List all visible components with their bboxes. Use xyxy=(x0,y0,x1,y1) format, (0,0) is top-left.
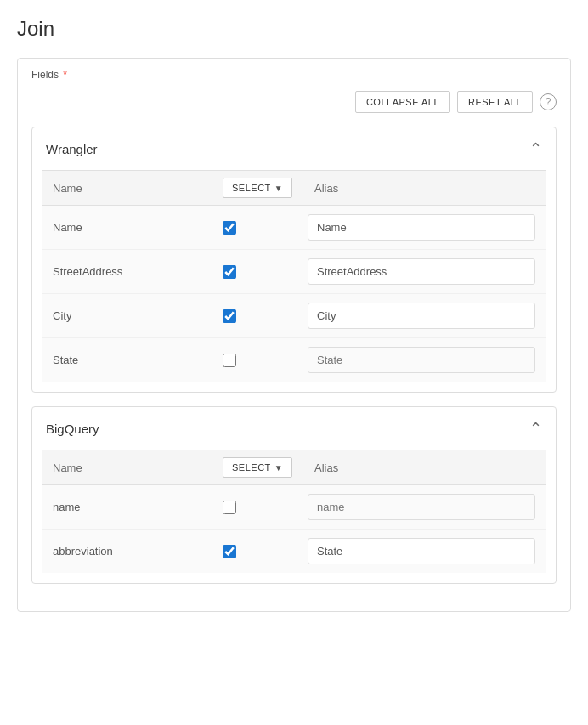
wrangler-checkbox-name[interactable] xyxy=(223,221,236,235)
bigquery-title: BigQuery xyxy=(46,422,99,436)
wrangler-field-name-name: Name xyxy=(53,221,223,234)
bigquery-select-arrow-icon: ▼ xyxy=(274,463,283,473)
bigquery-field-alias-abbreviation xyxy=(308,538,535,564)
bigquery-field-checkbox-name xyxy=(223,501,308,514)
wrangler-field-name-state: State xyxy=(53,354,223,366)
wrangler-field-row-state: State xyxy=(42,338,546,382)
bigquery-alias-input-name[interactable] xyxy=(308,494,535,520)
collapse-all-button[interactable]: COLLAPSE ALL xyxy=(355,91,450,113)
fields-section: Fields * COLLAPSE ALL RESET ALL ? Wrangl… xyxy=(17,58,571,612)
bigquery-select-col-header: SELECT ▼ xyxy=(223,457,308,478)
wrangler-field-row-city: City xyxy=(42,294,546,338)
wrangler-alias-input-streetaddress[interactable] xyxy=(308,258,535,285)
wrangler-field-checkbox-state xyxy=(223,354,308,367)
wrangler-field-row-name: Name xyxy=(42,206,546,250)
bigquery-select-button[interactable]: SELECT ▼ xyxy=(223,457,292,478)
bigquery-table-header: Name SELECT ▼ Alias xyxy=(42,450,546,485)
wrangler-title: Wrangler xyxy=(46,142,98,156)
bigquery-field-row-name: name xyxy=(42,485,546,530)
bigquery-panel: BigQuery ⌃ Name SELECT ▼ Alias name xyxy=(31,406,557,584)
bigquery-field-alias-name xyxy=(308,494,535,520)
wrangler-alias-input-name[interactable] xyxy=(308,214,535,241)
wrangler-header[interactable]: Wrangler ⌃ xyxy=(32,127,556,170)
help-icon[interactable]: ? xyxy=(540,93,557,110)
wrangler-table-header: Name SELECT ▼ Alias xyxy=(42,170,546,206)
bigquery-header[interactable]: BigQuery ⌃ xyxy=(32,407,556,450)
wrangler-name-col-header: Name xyxy=(53,182,223,195)
toolbar: COLLAPSE ALL RESET ALL ? xyxy=(31,91,557,113)
wrangler-alias-input-state[interactable] xyxy=(308,347,535,373)
wrangler-field-row-streetaddress: StreetAddress xyxy=(42,250,546,294)
bigquery-checkbox-abbreviation[interactable] xyxy=(223,545,236,558)
wrangler-field-name-city: City xyxy=(53,309,223,322)
wrangler-select-col-header: SELECT ▼ xyxy=(223,178,308,198)
wrangler-checkbox-state[interactable] xyxy=(223,354,236,367)
wrangler-field-checkbox-name xyxy=(223,221,308,235)
wrangler-field-checkbox-city xyxy=(223,309,308,323)
wrangler-checkbox-city[interactable] xyxy=(223,309,236,323)
wrangler-alias-col-header: Alias xyxy=(308,182,535,195)
bigquery-field-checkbox-abbreviation xyxy=(223,545,308,558)
wrangler-field-alias-streetaddress xyxy=(308,258,535,285)
bigquery-field-name-abbreviation: abbreviation xyxy=(53,545,223,558)
bigquery-select-btn-label: SELECT xyxy=(232,462,271,473)
fields-label-text: Fields xyxy=(31,69,59,81)
wrangler-checkbox-streetaddress[interactable] xyxy=(223,265,236,279)
page-title: Join xyxy=(17,17,571,41)
wrangler-select-button[interactable]: SELECT ▼ xyxy=(223,178,292,198)
wrangler-body: Name SELECT ▼ Alias Name xyxy=(32,170,556,392)
wrangler-alias-input-city[interactable] xyxy=(308,303,535,329)
wrangler-field-alias-state xyxy=(308,347,535,373)
fields-label: Fields * xyxy=(31,69,557,81)
wrangler-chevron-icon: ⌃ xyxy=(529,139,542,158)
fields-required-marker: * xyxy=(63,69,67,81)
bigquery-name-col-header: Name xyxy=(53,462,223,474)
wrangler-field-checkbox-streetaddress xyxy=(223,265,308,279)
bigquery-alias-col-header: Alias xyxy=(308,462,535,474)
bigquery-checkbox-name[interactable] xyxy=(223,501,236,514)
bigquery-field-row-abbreviation: abbreviation xyxy=(42,530,546,573)
wrangler-select-arrow-icon: ▼ xyxy=(274,184,283,193)
bigquery-field-name-name: name xyxy=(53,501,223,513)
reset-all-button[interactable]: RESET ALL xyxy=(457,91,533,113)
wrangler-select-btn-label: SELECT xyxy=(232,183,271,193)
wrangler-panel: Wrangler ⌃ Name SELECT ▼ Alias Name xyxy=(31,127,557,393)
bigquery-body: Name SELECT ▼ Alias name xyxy=(32,450,556,583)
bigquery-chevron-icon: ⌃ xyxy=(529,419,542,438)
wrangler-field-alias-city xyxy=(308,303,535,329)
wrangler-field-name-streetaddress: StreetAddress xyxy=(53,265,223,278)
wrangler-field-alias-name xyxy=(308,214,535,241)
bigquery-alias-input-abbreviation[interactable] xyxy=(308,538,535,564)
